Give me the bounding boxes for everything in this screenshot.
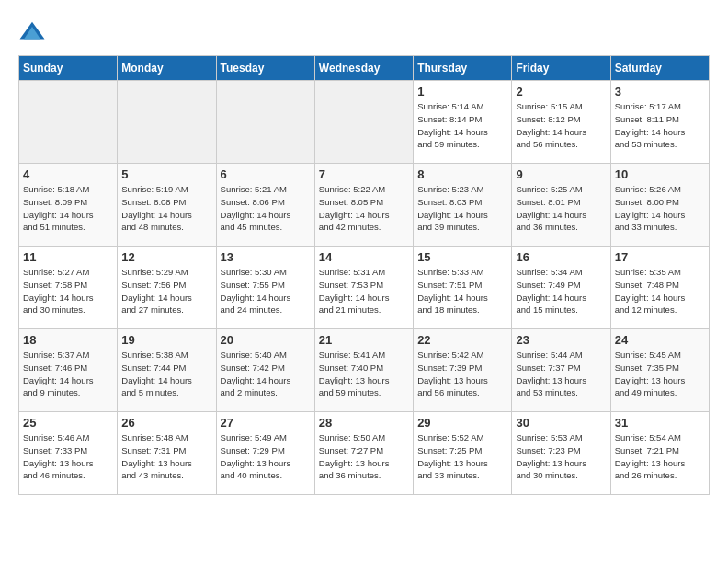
header-cell-tuesday: Tuesday — [216, 56, 314, 81]
calendar-header: SundayMondayTuesdayWednesdayThursdayFrid… — [19, 56, 710, 81]
header — [18, 18, 710, 46]
day-number: 12 — [121, 250, 211, 264]
day-cell: 21Sunrise: 5:41 AMSunset: 7:40 PMDayligh… — [314, 329, 413, 412]
day-cell: 18Sunrise: 5:37 AMSunset: 7:46 PMDayligh… — [19, 329, 118, 412]
calendar-body: 1Sunrise: 5:14 AMSunset: 8:14 PMDaylight… — [19, 81, 710, 495]
day-number: 2 — [516, 85, 606, 98]
day-number: 31 — [615, 416, 705, 430]
day-info: Sunrise: 5:54 AMSunset: 7:21 PMDaylight:… — [615, 431, 705, 482]
week-row-5: 25Sunrise: 5:46 AMSunset: 7:33 PMDayligh… — [19, 412, 710, 495]
day-cell: 8Sunrise: 5:23 AMSunset: 8:03 PMDaylight… — [414, 164, 512, 247]
day-cell: 6Sunrise: 5:21 AMSunset: 8:06 PMDaylight… — [216, 164, 314, 247]
day-number: 30 — [516, 416, 606, 430]
day-info: Sunrise: 5:14 AMSunset: 8:14 PMDaylight:… — [417, 100, 507, 151]
day-number: 7 — [319, 167, 409, 181]
day-cell: 20Sunrise: 5:40 AMSunset: 7:42 PMDayligh… — [216, 329, 314, 412]
day-cell: 22Sunrise: 5:42 AMSunset: 7:39 PMDayligh… — [414, 329, 512, 412]
day-info: Sunrise: 5:35 AMSunset: 7:48 PMDaylight:… — [615, 266, 705, 316]
day-info: Sunrise: 5:42 AMSunset: 7:39 PMDaylight:… — [417, 349, 507, 399]
day-cell: 24Sunrise: 5:45 AMSunset: 7:35 PMDayligh… — [610, 329, 709, 412]
day-info: Sunrise: 5:30 AMSunset: 7:55 PMDaylight:… — [221, 266, 311, 316]
day-info: Sunrise: 5:25 AMSunset: 8:01 PMDaylight:… — [516, 183, 606, 234]
logo — [18, 18, 50, 46]
day-info: Sunrise: 5:33 AMSunset: 7:51 PMDaylight:… — [417, 266, 507, 316]
day-number: 6 — [221, 167, 311, 181]
week-row-2: 4Sunrise: 5:18 AMSunset: 8:09 PMDaylight… — [19, 164, 710, 247]
day-cell — [19, 81, 118, 164]
day-number: 13 — [221, 250, 311, 264]
day-info: Sunrise: 5:44 AMSunset: 7:37 PMDaylight:… — [516, 349, 606, 399]
day-cell: 26Sunrise: 5:48 AMSunset: 7:31 PMDayligh… — [118, 412, 216, 495]
day-info: Sunrise: 5:17 AMSunset: 8:11 PMDaylight:… — [615, 100, 705, 151]
logo-icon — [18, 18, 46, 46]
day-cell: 2Sunrise: 5:15 AMSunset: 8:12 PMDaylight… — [512, 81, 610, 164]
day-cell: 28Sunrise: 5:50 AMSunset: 7:27 PMDayligh… — [314, 412, 413, 495]
header-cell-saturday: Saturday — [610, 56, 709, 81]
day-cell — [118, 81, 216, 164]
day-number: 10 — [615, 167, 705, 181]
day-number: 3 — [615, 85, 705, 98]
day-number: 4 — [23, 167, 113, 181]
day-info: Sunrise: 5:41 AMSunset: 7:40 PMDaylight:… — [319, 349, 409, 399]
day-number: 9 — [516, 167, 606, 181]
header-cell-friday: Friday — [512, 56, 610, 81]
day-number: 19 — [121, 333, 211, 347]
day-cell: 10Sunrise: 5:26 AMSunset: 8:00 PMDayligh… — [610, 164, 709, 247]
week-row-4: 18Sunrise: 5:37 AMSunset: 7:46 PMDayligh… — [19, 329, 710, 412]
day-info: Sunrise: 5:29 AMSunset: 7:56 PMDaylight:… — [121, 266, 211, 316]
day-number: 18 — [23, 333, 113, 347]
day-number: 21 — [319, 333, 409, 347]
day-cell: 23Sunrise: 5:44 AMSunset: 7:37 PMDayligh… — [512, 329, 610, 412]
day-info: Sunrise: 5:52 AMSunset: 7:25 PMDaylight:… — [417, 431, 507, 482]
day-cell: 12Sunrise: 5:29 AMSunset: 7:56 PMDayligh… — [118, 247, 216, 329]
day-cell — [314, 81, 413, 164]
day-info: Sunrise: 5:26 AMSunset: 8:00 PMDaylight:… — [615, 183, 705, 234]
day-info: Sunrise: 5:46 AMSunset: 7:33 PMDaylight:… — [23, 431, 113, 482]
day-info: Sunrise: 5:27 AMSunset: 7:58 PMDaylight:… — [23, 266, 113, 316]
day-number: 17 — [615, 250, 705, 264]
day-cell: 16Sunrise: 5:34 AMSunset: 7:49 PMDayligh… — [512, 247, 610, 329]
day-cell: 13Sunrise: 5:30 AMSunset: 7:55 PMDayligh… — [216, 247, 314, 329]
day-info: Sunrise: 5:37 AMSunset: 7:46 PMDaylight:… — [23, 349, 113, 399]
day-cell: 9Sunrise: 5:25 AMSunset: 8:01 PMDaylight… — [512, 164, 610, 247]
day-info: Sunrise: 5:22 AMSunset: 8:05 PMDaylight:… — [319, 183, 409, 234]
day-number: 11 — [23, 250, 113, 264]
day-info: Sunrise: 5:18 AMSunset: 8:09 PMDaylight:… — [23, 183, 113, 234]
day-number: 1 — [417, 85, 507, 98]
day-number: 16 — [516, 250, 606, 264]
day-number: 8 — [417, 167, 507, 181]
day-number: 14 — [319, 250, 409, 264]
day-cell — [216, 81, 314, 164]
calendar-table: SundayMondayTuesdayWednesdayThursdayFrid… — [18, 55, 710, 495]
day-cell: 4Sunrise: 5:18 AMSunset: 8:09 PMDaylight… — [19, 164, 118, 247]
day-number: 20 — [221, 333, 311, 347]
week-row-1: 1Sunrise: 5:14 AMSunset: 8:14 PMDaylight… — [19, 81, 710, 164]
day-cell: 7Sunrise: 5:22 AMSunset: 8:05 PMDaylight… — [314, 164, 413, 247]
header-cell-monday: Monday — [118, 56, 216, 81]
day-info: Sunrise: 5:34 AMSunset: 7:49 PMDaylight:… — [516, 266, 606, 316]
day-cell: 3Sunrise: 5:17 AMSunset: 8:11 PMDaylight… — [610, 81, 709, 164]
day-info: Sunrise: 5:38 AMSunset: 7:44 PMDaylight:… — [121, 349, 211, 399]
header-cell-sunday: Sunday — [19, 56, 118, 81]
day-cell: 19Sunrise: 5:38 AMSunset: 7:44 PMDayligh… — [118, 329, 216, 412]
day-number: 25 — [23, 416, 113, 430]
day-cell: 25Sunrise: 5:46 AMSunset: 7:33 PMDayligh… — [19, 412, 118, 495]
day-number: 22 — [417, 333, 507, 347]
day-cell: 17Sunrise: 5:35 AMSunset: 7:48 PMDayligh… — [610, 247, 709, 329]
day-cell: 15Sunrise: 5:33 AMSunset: 7:51 PMDayligh… — [414, 247, 512, 329]
day-info: Sunrise: 5:23 AMSunset: 8:03 PMDaylight:… — [417, 183, 507, 234]
day-cell: 27Sunrise: 5:49 AMSunset: 7:29 PMDayligh… — [216, 412, 314, 495]
day-cell: 31Sunrise: 5:54 AMSunset: 7:21 PMDayligh… — [610, 412, 709, 495]
day-number: 27 — [221, 416, 311, 430]
day-info: Sunrise: 5:50 AMSunset: 7:27 PMDaylight:… — [319, 431, 409, 482]
day-number: 26 — [121, 416, 211, 430]
header-cell-wednesday: Wednesday — [314, 56, 413, 81]
header-row: SundayMondayTuesdayWednesdayThursdayFrid… — [19, 56, 710, 81]
day-info: Sunrise: 5:45 AMSunset: 7:35 PMDaylight:… — [615, 349, 705, 399]
day-cell: 5Sunrise: 5:19 AMSunset: 8:08 PMDaylight… — [118, 164, 216, 247]
day-number: 23 — [516, 333, 606, 347]
day-number: 5 — [121, 167, 211, 181]
day-number: 29 — [417, 416, 507, 430]
header-cell-thursday: Thursday — [414, 56, 512, 81]
day-info: Sunrise: 5:48 AMSunset: 7:31 PMDaylight:… — [121, 431, 211, 482]
